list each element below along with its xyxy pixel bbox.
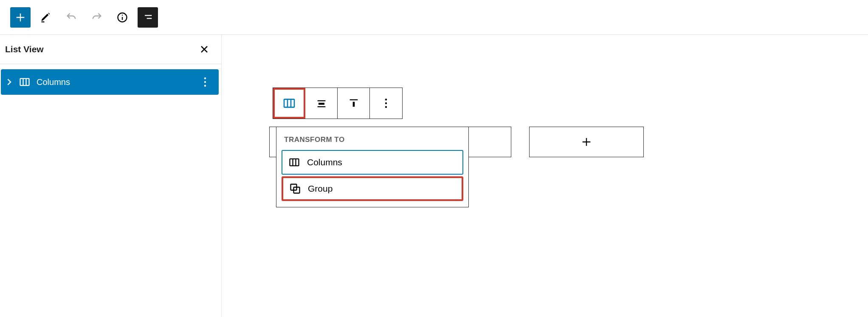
svg-point-11 [204,81,206,83]
editor-top-toolbar [0,0,868,35]
svg-rect-16 [317,100,325,101]
transform-option-group[interactable]: Group [282,176,463,201]
svg-rect-7 [20,79,29,85]
columns-icon [282,96,296,110]
pencil-icon [40,11,52,23]
list-view-item-columns[interactable]: Columns [1,69,219,95]
svg-rect-17 [318,103,324,105]
block-options-button[interactable] [370,88,402,119]
vertical-alignment-button[interactable] [338,88,370,119]
columns-icon [19,76,31,88]
list-view-header: List View [0,35,221,64]
redo-icon [91,11,103,23]
editor-workspace: List View Columns [0,35,868,317]
svg-rect-20 [352,102,355,107]
transform-option-label: Group [308,184,333,194]
svg-rect-19 [349,99,358,100]
close-icon [199,44,209,54]
document-info-button[interactable] [112,7,132,28]
align-center-icon [316,97,327,109]
undo-button[interactable] [61,7,82,28]
svg-point-10 [204,77,206,79]
transform-heading: TRANSFORM TO [282,136,463,144]
transform-option-columns[interactable]: Columns [282,150,463,175]
list-view-icon [142,11,154,23]
group-icon [289,183,301,195]
svg-rect-0 [42,21,45,22]
svg-point-21 [385,99,387,100]
info-icon [116,11,128,23]
list-view-toggle-button[interactable] [138,7,158,28]
svg-point-22 [385,102,387,104]
list-view-item-label: Columns [37,77,70,87]
editor-canvas: TRANSFORM TO Columns Group [222,35,868,317]
more-vertical-icon [204,77,206,87]
transform-option-label: Columns [307,157,342,167]
chevron-right-icon [6,79,11,85]
more-vertical-icon [385,99,387,108]
redo-button[interactable] [87,7,107,28]
close-list-view-button[interactable] [197,42,211,56]
svg-point-12 [204,85,206,87]
svg-point-23 [385,106,387,108]
block-switcher-button[interactable] [273,88,305,119]
block-toolbar [273,88,403,119]
columns-icon [288,156,300,168]
list-view-item-options-button[interactable] [199,77,211,87]
svg-rect-24 [290,159,299,166]
plus-icon [581,136,592,148]
svg-point-3 [122,14,123,15]
expand-caret[interactable] [5,79,13,85]
add-column-button[interactable] [529,127,644,157]
plus-icon [14,11,26,23]
undo-icon [65,11,77,23]
svg-rect-13 [284,99,294,108]
vertical-align-top-icon [348,97,360,109]
list-view-title: List View [5,44,44,54]
list-view-panel: List View Columns [0,35,222,317]
columns-block-icon [19,76,31,88]
svg-rect-18 [317,106,325,107]
edit-tool-button[interactable] [36,7,56,28]
change-alignment-button[interactable] [305,88,338,119]
transform-to-popover: TRANSFORM TO Columns Group [276,127,469,207]
add-block-button[interactable] [10,7,31,28]
